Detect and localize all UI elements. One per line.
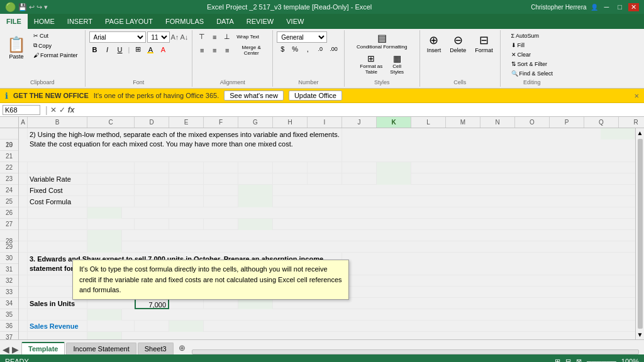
col-header-b[interactable]: B	[28, 117, 87, 128]
cell-20-g[interactable]	[238, 162, 273, 173]
dollar-button[interactable]: $	[277, 44, 288, 54]
cell-22-c[interactable]	[87, 185, 135, 196]
col-header-e[interactable]: E	[169, 117, 204, 128]
cell-23-k[interactable]	[238, 196, 273, 207]
cell-32-b[interactable]	[28, 309, 87, 321]
cell-20-e[interactable]	[169, 162, 204, 173]
vertical-scrollbar[interactable]: ▲ ▼	[635, 128, 644, 339]
decrease-decimal-button[interactable]: .0	[314, 44, 326, 54]
comma-button[interactable]: ,	[302, 44, 313, 54]
cell-26-b[interactable]	[28, 230, 87, 241]
scroll-down-btn[interactable]: ▼	[636, 330, 644, 339]
fill-color-button[interactable]: A	[145, 45, 156, 55]
sort-filter-button[interactable]: ⇅ Sort & Filter	[508, 60, 557, 69]
cell-33-a[interactable]	[19, 321, 28, 332]
cell-20-f[interactable]	[204, 162, 238, 173]
cell-33-d[interactable]	[135, 321, 169, 332]
col-header-r[interactable]: R	[619, 117, 644, 128]
cell-31-d[interactable]: 7,000	[135, 298, 169, 309]
zoom-slider[interactable]: ──────	[587, 358, 616, 362]
cell-21-b[interactable]: Variable Rate	[28, 173, 87, 185]
cell-34-b[interactable]	[28, 332, 87, 339]
nav-sheets-right[interactable]: ▶	[12, 344, 19, 354]
scroll-up-btn[interactable]: ▲	[636, 128, 644, 138]
align-left-button[interactable]: ≡	[196, 43, 208, 57]
info-close-button[interactable]: ×	[634, 91, 639, 101]
cell-25-a[interactable]	[19, 219, 28, 230]
col-header-j[interactable]: J	[342, 117, 377, 128]
align-top-button[interactable]: ⊤	[196, 31, 208, 42]
cancel-formula-icon[interactable]: ✕	[50, 106, 57, 114]
find-select-button[interactable]: 🔍 Find & Select	[508, 69, 557, 78]
insert-function-icon[interactable]: fx	[68, 106, 75, 114]
cell-29-a[interactable]	[19, 275, 28, 287]
sheet-tab-income[interactable]: Income Statement	[66, 343, 136, 354]
col-header-k[interactable]: K	[377, 117, 411, 128]
format-painter-button[interactable]: 🖌 Format Painter	[30, 51, 81, 60]
h-scrollbar[interactable]	[192, 349, 639, 354]
col-header-h[interactable]: H	[273, 117, 308, 128]
cell-21-a[interactable]	[19, 173, 28, 185]
cell-22-k[interactable]	[238, 185, 273, 196]
cell-34-a[interactable]	[19, 332, 28, 339]
col-header-a[interactable]: A	[19, 117, 28, 128]
col-header-d[interactable]: D	[135, 117, 169, 128]
tab-formulas[interactable]: FORMULAS	[159, 14, 210, 29]
borders-button[interactable]: ⊞	[132, 44, 143, 55]
cell-32-k[interactable]	[87, 309, 122, 321]
name-box[interactable]	[3, 105, 40, 115]
cell-21-e[interactable]	[169, 173, 204, 185]
underline-button[interactable]: U	[114, 45, 126, 55]
autosum-button[interactable]: Σ AutoSum	[508, 31, 557, 40]
sheet-tab-sheet3[interactable]: Sheet3	[138, 343, 174, 354]
cell-20-i[interactable]	[308, 162, 342, 173]
col-header-f[interactable]: F	[204, 117, 238, 128]
bold-button[interactable]: B	[89, 45, 101, 55]
cell-22-b[interactable]: Fixed Cost	[28, 185, 87, 196]
cell-25-c[interactable]	[87, 219, 135, 230]
number-format-select[interactable]: General	[277, 31, 327, 43]
cell-30-a[interactable]	[19, 287, 28, 298]
cell-21-g[interactable]	[238, 173, 273, 185]
cell-20-d[interactable]	[135, 162, 169, 173]
percent-button[interactable]: %	[289, 44, 301, 54]
restore-btn[interactable]: □	[615, 3, 625, 11]
align-bottom-button[interactable]: ⊥	[221, 31, 233, 42]
font-name-select[interactable]: Arial	[89, 31, 146, 43]
merge-center-button[interactable]: Merge & Center	[234, 43, 269, 57]
wrap-text-button[interactable]: Wrap Text	[234, 31, 262, 42]
tab-file[interactable]: FILE	[0, 14, 28, 29]
add-sheet-button[interactable]: ⊕	[175, 341, 189, 354]
cell-21-j[interactable]	[342, 173, 377, 185]
cell-25-k[interactable]	[238, 219, 273, 230]
copy-button[interactable]: ⧉ Copy	[30, 41, 81, 50]
cell-27-a[interactable]	[19, 241, 28, 253]
col-header-l[interactable]: L	[411, 117, 446, 128]
cell-21-c[interactable]	[87, 173, 135, 185]
view-layout-button[interactable]: ⊟	[565, 358, 571, 363]
paste-button[interactable]: 📋 Paste	[4, 31, 29, 64]
clear-button[interactable]: ✕ Clear	[508, 50, 557, 59]
cell-24-k[interactable]	[87, 207, 122, 219]
align-center-button[interactable]: ≡	[209, 43, 220, 57]
cut-button[interactable]: ✂ Cut	[30, 31, 81, 40]
cell-33-k[interactable]	[169, 321, 204, 332]
cell-22-f[interactable]	[204, 185, 238, 196]
tab-data[interactable]: DATA	[210, 14, 240, 29]
cell-20-b[interactable]	[28, 162, 87, 173]
cell-31-k[interactable]	[238, 298, 273, 309]
cell-21-i[interactable]	[308, 173, 342, 185]
format-table-button[interactable]: ⊞ Format asTable	[357, 52, 386, 77]
cell-25-f[interactable]	[204, 219, 238, 230]
confirm-formula-icon[interactable]: ✓	[59, 106, 65, 114]
close-btn[interactable]: ✕	[628, 3, 639, 11]
cell-23-c[interactable]	[87, 196, 135, 207]
cell-20-k[interactable]	[377, 162, 411, 173]
cell-28-a[interactable]	[19, 253, 28, 275]
col-header-c[interactable]: C	[87, 117, 135, 128]
sheet-tab-template[interactable]: Template	[21, 342, 65, 354]
minimize-btn[interactable]: ─	[602, 3, 612, 11]
cell-26-a[interactable]	[19, 230, 28, 241]
increase-decimal-button[interactable]: .00	[327, 44, 340, 54]
format-button[interactable]: ⊟ Format	[472, 31, 496, 55]
